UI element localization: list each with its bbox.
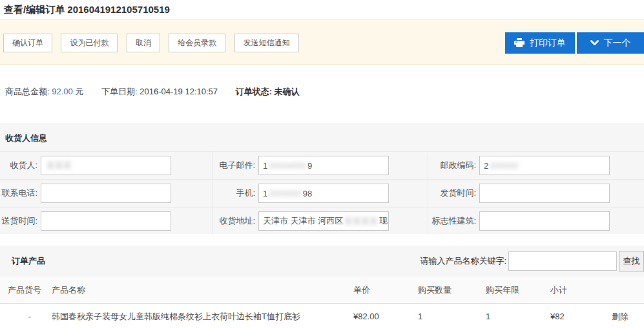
recipient-form: 收货人: 某某某 电子邮件: 1000000009 邮政编码: 2000000 … (0, 151, 644, 235)
postcode-input[interactable]: 2000000 (479, 156, 610, 175)
form-cell: 送货时间: (0, 207, 213, 235)
section-divider (0, 234, 644, 246)
order-status-value: 未确认 (275, 87, 300, 96)
order-summary: 商品总金额: 92.00 元 下单日期: 2016-04-19 12:10:57… (0, 65, 644, 123)
recipient-name-input[interactable]: 某某某 (41, 156, 171, 175)
toolbar-right-group: 打印订单 下一个 (505, 32, 644, 54)
header-unit-price: 单价 (353, 284, 418, 296)
product-search-input[interactable] (508, 251, 617, 271)
header-product-name: 产品名称 (52, 284, 353, 296)
next-order-label: 下一个 (604, 37, 631, 49)
order-amount: 商品总金额: 92.00 元 (5, 87, 83, 96)
address-label: 收货地址: (213, 215, 255, 227)
form-cell: 电子邮件: 1000000009 (213, 151, 428, 179)
delivery-time-input[interactable] (41, 211, 171, 231)
redacted-text: 000000 (490, 161, 517, 171)
redacted-text: 0000000 (269, 189, 302, 198)
cancel-button[interactable]: 取消 (127, 34, 160, 52)
printer-icon (514, 38, 525, 48)
order-date-value: 2016-04-19 12:10:57 (140, 87, 218, 96)
product-unit-price: ¥82.00 (353, 312, 418, 321)
chevron-down-icon (590, 40, 599, 46)
page-title: 查看/编辑订单 2016041912105710519 (0, 0, 644, 20)
redacted-text: 某某某 (47, 160, 72, 171)
product-subtotal: ¥82 (550, 312, 612, 321)
form-cell: 标志性建筑: (428, 207, 644, 235)
product-search-button[interactable]: 查找 (619, 251, 644, 271)
delivery-time-label: 送货时间: (0, 215, 37, 227)
form-cell: 联系电话: (0, 179, 213, 207)
form-cell: 邮政编码: 2000000 (428, 151, 644, 179)
product-purchase-years: 1 (486, 312, 550, 321)
header-quantity: 购买数量 (418, 284, 486, 296)
product-table-row: - 韩国春秋亲子装母女儿童韩版纯棉条纹衫上衣荷叶边长袖T恤打底衫 ¥82.00 … (0, 304, 644, 329)
form-cell: 发货时间: (428, 179, 644, 207)
confirm-order-button[interactable]: 确认订单 (3, 34, 52, 52)
order-date: 下单日期: 2016-04-19 12:10:57 (101, 87, 218, 96)
recipient-section-title: 收货人信息 (0, 123, 644, 151)
ship-time-input[interactable] (479, 184, 610, 203)
form-cell: 收货人: 某某某 (0, 151, 213, 179)
product-quantity: 1 (418, 312, 486, 321)
redacted-text: 00000000 (269, 161, 306, 171)
header-purchase-years: 购买年限 (486, 284, 550, 296)
form-cell: 收货地址: 天津市 天津市 河西区某某某某现7 (213, 207, 428, 235)
products-table-header: 产品货号 产品名称 单价 购买数量 购买年限 小计 (0, 277, 644, 304)
record-payment-button[interactable]: 给会员录款 (169, 34, 225, 52)
product-search-label: 请输入产品名称关键字: (420, 255, 506, 267)
header-subtotal: 小计 (550, 284, 612, 296)
toolbar: 确认订单 设为已付款 取消 给会员录款 发送短信通知 打印订单 下一个 (0, 20, 644, 65)
landmark-label: 标志性建筑: (428, 215, 476, 227)
print-order-button[interactable]: 打印订单 (505, 32, 575, 54)
form-cell: 手机: 1000000098 (213, 179, 428, 207)
next-order-button[interactable]: 下一个 (577, 32, 644, 54)
product-sku: - (8, 312, 52, 321)
email-input[interactable]: 1000000009 (258, 156, 389, 175)
phone-input[interactable] (41, 184, 171, 203)
recipient-name-label: 收货人: (0, 160, 37, 171)
header-sku: 产品货号 (8, 284, 52, 296)
delete-product-link[interactable]: 删除 (612, 312, 628, 321)
phone-label: 联系电话: (0, 187, 37, 199)
ship-time-label: 发货时间: (428, 187, 476, 199)
product-search: 请输入产品名称关键字: 查找 (420, 251, 644, 271)
postcode-label: 邮政编码: (428, 160, 476, 171)
set-paid-button[interactable]: 设为已付款 (61, 34, 118, 52)
mobile-input[interactable]: 1000000098 (258, 184, 389, 203)
send-sms-button[interactable]: 发送短信通知 (234, 34, 299, 52)
order-status: 订单状态: 未确认 (236, 87, 300, 96)
address-input[interactable]: 天津市 天津市 河西区某某某某现7 (258, 211, 389, 231)
mobile-label: 手机: (213, 187, 255, 199)
recipient-info-section: 收货人信息 收货人: 某某某 电子邮件: 1000000009 邮政编码: 20… (0, 123, 644, 234)
email-label: 电子邮件: (213, 160, 255, 171)
print-order-label: 打印订单 (530, 37, 566, 49)
order-amount-value: 92.00 (52, 87, 73, 96)
product-name-link[interactable]: 韩国春秋亲子装母女儿童韩版纯棉条纹衫上衣荷叶边长袖T恤打底衫 (52, 312, 300, 321)
order-products-section-bar: 订单产品 请输入产品名称关键字: 查找 (0, 246, 644, 277)
redacted-text: 某某某某 (344, 215, 378, 227)
order-products-title: 订单产品 (12, 255, 45, 267)
landmark-input[interactable] (479, 211, 610, 231)
